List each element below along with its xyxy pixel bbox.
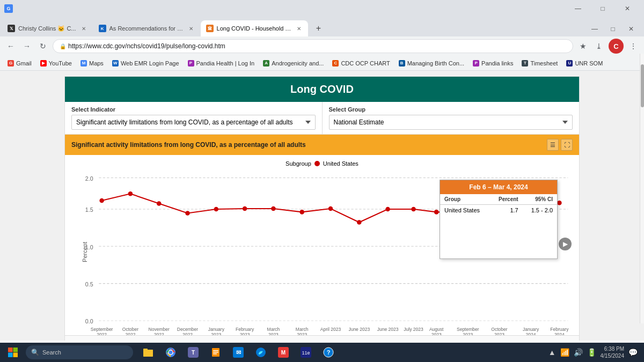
taskbar-edge[interactable] <box>250 343 272 361</box>
tab-2-close[interactable]: ✕ <box>187 24 195 33</box>
tab-bar-maximize[interactable]: □ <box>604 21 621 36</box>
svg-text:August: August <box>429 327 444 332</box>
tab-2-favicon: K <box>99 25 106 32</box>
svg-text:June 2023: June 2023 <box>377 327 399 332</box>
taskbar-files[interactable] <box>205 343 226 361</box>
tab-2-label: As Recommendations for Isola... <box>109 25 185 32</box>
tab-1-close[interactable]: ✕ <box>79 24 88 33</box>
edge-icon <box>255 347 266 358</box>
bookmark-cdc-ocp[interactable]: C CDC OCP CHART <box>329 59 393 68</box>
svg-text:2023: 2023 <box>268 332 279 335</box>
group-selector-block: Select Group National Estimate <box>323 102 580 134</box>
bookmark-pandia-links[interactable]: P Pandia links <box>470 59 516 68</box>
reload-button[interactable]: ↻ <box>36 40 49 53</box>
svg-text:?: ? <box>327 349 331 356</box>
chrome-icon <box>165 347 176 358</box>
tooltip-col-ci: 95% CI <box>523 194 557 205</box>
bookmark-unr[interactable]: U UNR SOM <box>563 59 606 68</box>
maps-icon: M <box>80 60 87 67</box>
maximize-button[interactable]: □ <box>590 0 615 17</box>
svg-rect-55 <box>213 353 217 354</box>
bookmark-youtube-label: YouTube <box>49 60 72 67</box>
webemr-icon: W <box>112 60 119 67</box>
scrollbar-thumb[interactable] <box>641 71 644 107</box>
start-button[interactable] <box>2 345 24 360</box>
taskbar-outlook[interactable]: ✉ <box>228 343 249 361</box>
chart-title-bar: Significant activity limitations from lo… <box>65 135 579 155</box>
taskbar-app1[interactable]: 11e <box>295 343 317 361</box>
taskbar: 🔍 Search T <box>0 343 644 362</box>
data-point-9 <box>328 206 333 211</box>
chart-next-button[interactable]: ▶ <box>559 238 572 250</box>
expand-icon-btn[interactable]: ⛶ <box>561 139 573 151</box>
data-point-17 <box>557 201 562 205</box>
tab-bar-minimize[interactable]: — <box>586 21 603 36</box>
profile-avatar[interactable]: C <box>609 39 624 54</box>
legend-value-us: United States <box>323 160 358 167</box>
svg-text:January: January <box>208 327 225 332</box>
group-dropdown[interactable]: National Estimate <box>329 115 573 130</box>
tooltip-row-group: United States <box>440 205 491 216</box>
taskbar-chrome[interactable] <box>160 343 181 361</box>
taskbar-teams[interactable]: T <box>182 343 204 361</box>
bookmark-maps[interactable]: M Maps <box>77 59 107 68</box>
forward-button[interactable]: → <box>20 40 33 53</box>
tab-1[interactable]: 𝕏 Christy Collins 🐱 C... ✕ <box>2 20 93 36</box>
taskbar-help[interactable]: ? <box>318 343 339 361</box>
back-button[interactable]: ← <box>4 40 17 53</box>
minimize-button[interactable]: — <box>566 0 590 17</box>
tray-notification[interactable]: 💬 <box>628 348 638 357</box>
data-tooltip: Feb 6 – Mar 4, 2024 Group Percent 95% CI <box>440 180 558 259</box>
svg-text:September: September <box>91 327 113 332</box>
svg-text:November: November <box>149 327 170 332</box>
bookmark-youtube[interactable]: ▶ YouTube <box>37 59 75 68</box>
tab-3-close[interactable]: ✕ <box>295 24 303 33</box>
window-controls[interactable]: — □ ✕ <box>566 0 640 17</box>
download-button[interactable]: ⤓ <box>592 40 605 53</box>
tab-2[interactable]: K As Recommendations for Isola... ✕ <box>93 20 201 36</box>
tab-3[interactable]: 🏛 Long COVID - Household Pulse... ✕ <box>201 20 308 36</box>
bookmark-star[interactable]: ★ <box>576 40 589 53</box>
cdc-widget: Long COVID Select Indicator Significant … <box>64 76 580 341</box>
page-scrollbar[interactable] <box>640 71 644 323</box>
svg-rect-46 <box>143 350 153 357</box>
tray-battery[interactable]: 🔋 <box>587 348 596 357</box>
group-label: Select Group <box>329 106 573 113</box>
bookmark-gmail[interactable]: G Gmail <box>4 59 35 68</box>
tab-bar-close[interactable]: ✕ <box>623 21 640 36</box>
new-tab-button[interactable]: + <box>308 20 330 36</box>
tray-network[interactable]: 📶 <box>560 348 569 357</box>
tab-bar: 𝕏 Christy Collins 🐱 C... ✕ K As Recommen… <box>0 17 644 36</box>
legend-dot-us <box>314 161 320 166</box>
tray-volume[interactable]: 🔊 <box>574 348 583 357</box>
y-axis-label: Percent <box>82 242 88 262</box>
svg-text:July 2023: July 2023 <box>404 327 423 332</box>
bookmark-timesheet[interactable]: T Timesheet <box>518 59 561 68</box>
address-bar[interactable]: 🔒 https://www.cdc.gov/nchs/covid19/pulse… <box>53 39 573 53</box>
svg-text:January: January <box>523 327 539 332</box>
taskbar-search[interactable]: 🔍 Search <box>26 345 133 359</box>
bookmark-pandia[interactable]: P Pandia Health | Log In <box>185 59 258 68</box>
close-button[interactable]: ✕ <box>615 0 640 17</box>
indicator-dropdown[interactable]: Significant activity limitations from lo… <box>71 115 316 130</box>
svg-text:2022: 2022 <box>182 332 193 335</box>
bookmark-androgenicity[interactable]: A Androgenicity and... <box>260 59 327 68</box>
bookmark-webemr[interactable]: W Web EMR Login Page <box>109 59 182 68</box>
svg-text:2022: 2022 <box>154 332 164 335</box>
svg-rect-43 <box>13 353 18 358</box>
bookmark-gmail-label: Gmail <box>16 60 32 67</box>
tray-chevron[interactable]: ▲ <box>548 348 556 357</box>
file-explorer-icon <box>143 347 153 358</box>
indicator-label: Select Indicator <box>71 106 316 113</box>
page-content: Long COVID Select Indicator Significant … <box>0 71 644 341</box>
data-point-4 <box>185 211 190 216</box>
taskbar-file-explorer[interactable] <box>137 343 159 361</box>
birth-con-icon: B <box>399 60 405 67</box>
bookmark-maps-label: Maps <box>89 60 104 67</box>
svg-rect-40 <box>8 348 13 352</box>
tray-datetime[interactable]: 6:38 PM 4/15/2024 <box>601 345 625 359</box>
menu-button[interactable]: ⋮ <box>627 40 640 53</box>
filter-icon-btn[interactable]: ☰ <box>547 139 559 151</box>
bookmark-birth-con[interactable]: B Managing Birth Con... <box>396 59 467 68</box>
taskbar-security[interactable]: M <box>273 343 294 361</box>
